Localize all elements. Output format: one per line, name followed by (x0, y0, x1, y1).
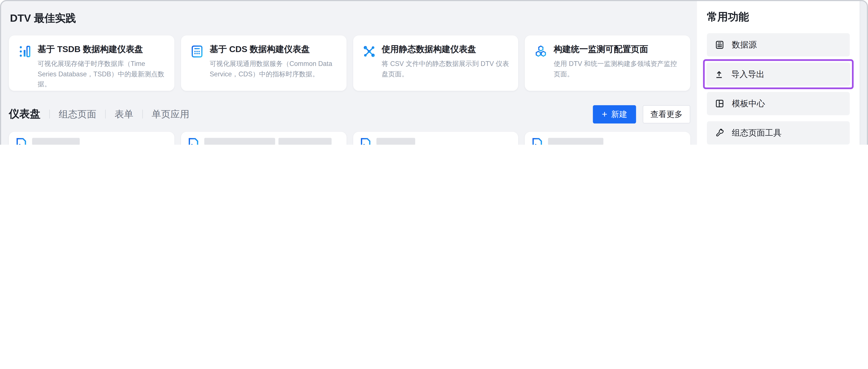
sidebar-item-label: 组态页面工具 (732, 128, 782, 138)
wrench-icon (715, 128, 725, 138)
tab-separator (105, 110, 106, 118)
tab-dashboard[interactable]: 仪表盘 (9, 107, 40, 121)
redacted-title (32, 138, 80, 145)
sidebar-item-template-center[interactable]: 模板中心 (707, 92, 849, 115)
plus-icon: + (602, 109, 607, 119)
bp-card-desc: 使用 DTV 和统一监测构建多领域资产监控页面。 (554, 59, 681, 80)
sidebar-item-import-export[interactable]: 导入导出 (706, 62, 850, 86)
best-practice-heading: DTV 最佳实践 (10, 11, 690, 25)
view-more-button[interactable]: 查看更多 (643, 105, 690, 123)
bp-card-tsdb[interactable]: 基于 TSDB 数据构建仪表盘 可视化展现存储于时序数据库（Time Serie… (9, 35, 174, 91)
dashboard-card[interactable] (181, 132, 346, 145)
dashboard-card[interactable]: 2024-08-12 → 2024-08-12 标题 (9, 132, 174, 145)
datasource-icon (715, 40, 725, 50)
sidebar-item-datasource[interactable]: 数据源 (707, 33, 849, 56)
tsdb-bars-icon (18, 44, 32, 59)
tab-separator (49, 110, 50, 118)
sidebar-item-label: 数据源 (732, 39, 757, 50)
dashboard-card[interactable]: 3000 2000 1000 0 (353, 132, 518, 145)
bp-card-cds[interactable]: 基于 CDS 数据构建仪表盘 可视化展现通用数据服务（Common Data S… (181, 35, 346, 91)
redacted-title (548, 138, 603, 145)
dashboard-card[interactable]: 开始日期 → 结束日期 标题 设备名通信状态 操作状态风速（米/秒） (525, 132, 690, 145)
app-window: DTV 最佳实践 基于 TSDB 数据构建仪表盘 可视化展现存储于时序数据库（T… (0, 0, 868, 145)
bp-card-static-data[interactable]: 使用静态数据构建仪表盘 将 CSV 文件中的静态数据展示到 DTV 仪表盘页面。 (353, 35, 518, 91)
redacted-title (204, 138, 275, 145)
tab-form[interactable]: 表单 (115, 107, 133, 120)
dashboard-grid: 2024-08-12 → 2024-08-12 标题 (9, 132, 690, 145)
bp-card-desc: 将 CSV 文件中的静态数据展示到 DTV 仪表盘页面。 (382, 59, 509, 80)
tab-separator (142, 110, 143, 118)
dashboard-doc-icon (532, 137, 543, 145)
highlight-annotation: 导入导出 (703, 59, 854, 89)
common-functions-heading: 常用功能 (707, 10, 849, 24)
template-icon (715, 98, 725, 109)
static-data-icon (362, 44, 376, 59)
cds-grid-icon (190, 44, 204, 59)
bp-card-title: 基于 CDS 数据构建仪表盘 (210, 44, 338, 56)
right-sidebar: 常用功能 数据源 导入导出 模板中心 (697, 1, 860, 145)
sidebar-item-label: 导入导出 (731, 69, 765, 80)
tab-scada-page[interactable]: 组态页面 (59, 107, 96, 120)
bp-card-title: 构建统一监测可配置页面 (554, 44, 681, 56)
tab-single-page-app[interactable]: 单页应用 (152, 107, 189, 120)
main-content: DTV 最佳实践 基于 TSDB 数据构建仪表盘 可视化展现存储于时序数据库（T… (1, 1, 697, 145)
redacted-title (376, 138, 415, 145)
new-button-label: 新建 (611, 109, 627, 119)
bp-card-desc: 可视化展现存储于时序数据库（Time Series Database，TSDB）… (38, 59, 165, 90)
bp-card-title: 基于 TSDB 数据构建仪表盘 (38, 44, 165, 56)
sidebar-item-label: 模板中心 (732, 98, 765, 109)
new-button[interactable]: + 新建 (593, 105, 636, 123)
library-header: 仪表盘 组态页面 表单 单页应用 + 新建 查看更多 (9, 104, 690, 124)
unified-monitor-icon (534, 44, 548, 59)
bp-card-desc: 可视化展现通用数据服务（Common Data Service，CDS）中的指标… (210, 59, 338, 80)
best-practice-row: 基于 TSDB 数据构建仪表盘 可视化展现存储于时序数据库（Time Serie… (9, 35, 690, 91)
dashboard-doc-icon (188, 137, 199, 145)
dashboard-doc-icon (360, 137, 371, 145)
upload-icon (714, 69, 724, 79)
scrollbar-track[interactable] (860, 1, 867, 145)
redacted-title (278, 138, 332, 145)
sidebar-item-scada-tools[interactable]: 组态页面工具 (707, 121, 849, 145)
dashboard-doc-icon (16, 137, 27, 145)
bp-card-unified-monitor[interactable]: 构建统一监测可配置页面 使用 DTV 和统一监测构建多领域资产监控页面。 (525, 35, 690, 91)
bp-card-title: 使用静态数据构建仪表盘 (382, 44, 509, 56)
